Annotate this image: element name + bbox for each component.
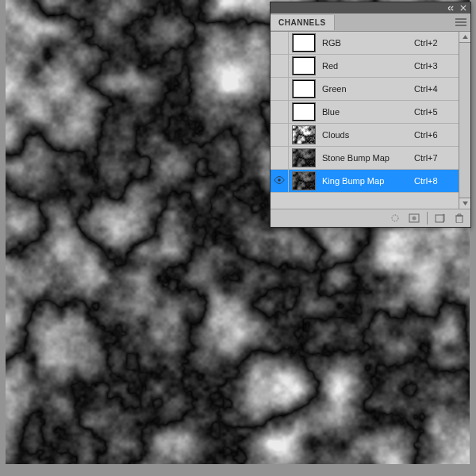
channel-thumbnail [292, 33, 316, 52]
visibility-toggle[interactable] [271, 101, 289, 123]
svg-point-0 [278, 178, 281, 182]
channel-row[interactable]: King Bump MapCtrl+8 [271, 170, 459, 193]
channel-name: Green [322, 84, 414, 94]
channel-name: Clouds [322, 130, 414, 140]
channel-thumbnail [292, 125, 316, 144]
svg-point-1 [392, 215, 398, 221]
channel-thumbnail [292, 102, 316, 121]
scroll-down-icon[interactable] [459, 198, 470, 209]
new-channel-icon[interactable] [434, 213, 447, 224]
channel-name: Stone Bump Map [322, 153, 414, 163]
panel-header: CHANNELS [271, 13, 470, 32]
svg-point-3 [413, 217, 416, 221]
channel-name: Blue [322, 107, 414, 117]
channel-shortcut: Ctrl+7 [414, 153, 459, 163]
channel-shortcut: Ctrl+6 [414, 130, 459, 140]
close-icon[interactable] [459, 4, 467, 12]
svg-rect-4 [436, 215, 443, 222]
visibility-toggle[interactable] [271, 55, 289, 77]
channel-thumbnail [292, 148, 316, 167]
channel-shortcut: Ctrl+4 [414, 84, 459, 94]
channel-name: King Bump Map [322, 176, 414, 186]
scroll-track[interactable] [459, 43, 470, 198]
visibility-toggle[interactable] [271, 78, 289, 100]
list-filler [271, 193, 459, 209]
channel-row[interactable]: CloudsCtrl+6 [271, 124, 459, 147]
channel-shortcut: Ctrl+5 [414, 107, 459, 117]
load-selection-icon[interactable] [389, 213, 401, 224]
channel-thumbnail [292, 56, 316, 75]
channel-thumbnail [292, 171, 316, 190]
channel-row[interactable]: BlueCtrl+5 [271, 101, 459, 124]
panel-scrollbar[interactable] [459, 32, 470, 209]
panel-topbar [271, 2, 470, 13]
panel-menu-icon[interactable] [453, 15, 469, 29]
channel-name: RGB [322, 38, 414, 48]
save-selection-icon[interactable] [408, 213, 420, 224]
channel-name: Red [322, 61, 414, 71]
delete-channel-icon[interactable] [453, 213, 466, 224]
channel-row[interactable]: Stone Bump MapCtrl+7 [271, 147, 459, 170]
channel-shortcut: Ctrl+8 [414, 176, 459, 186]
channel-row[interactable]: GreenCtrl+4 [271, 78, 459, 101]
channel-row[interactable]: RedCtrl+3 [271, 55, 459, 78]
eye-icon [274, 176, 285, 186]
channel-thumbnail [292, 79, 316, 98]
visibility-toggle[interactable] [271, 170, 289, 192]
scroll-up-icon[interactable] [459, 32, 470, 43]
visibility-toggle[interactable] [271, 124, 289, 146]
panel-footer [271, 209, 470, 227]
channel-row[interactable]: RGBCtrl+2 [271, 32, 459, 55]
channel-shortcut: Ctrl+3 [414, 61, 459, 71]
visibility-toggle[interactable] [271, 147, 289, 169]
panel-list: RGBCtrl+2RedCtrl+3GreenCtrl+4BlueCtrl+5C… [271, 32, 470, 209]
channel-shortcut: Ctrl+2 [414, 38, 459, 48]
tab-channels[interactable]: CHANNELS [271, 15, 335, 30]
collapse-icon[interactable] [447, 4, 455, 12]
channels-panel: CHANNELS RGBCtrl+2RedCtrl+3GreenCtrl+4Bl… [270, 2, 471, 228]
visibility-toggle[interactable] [271, 32, 289, 54]
